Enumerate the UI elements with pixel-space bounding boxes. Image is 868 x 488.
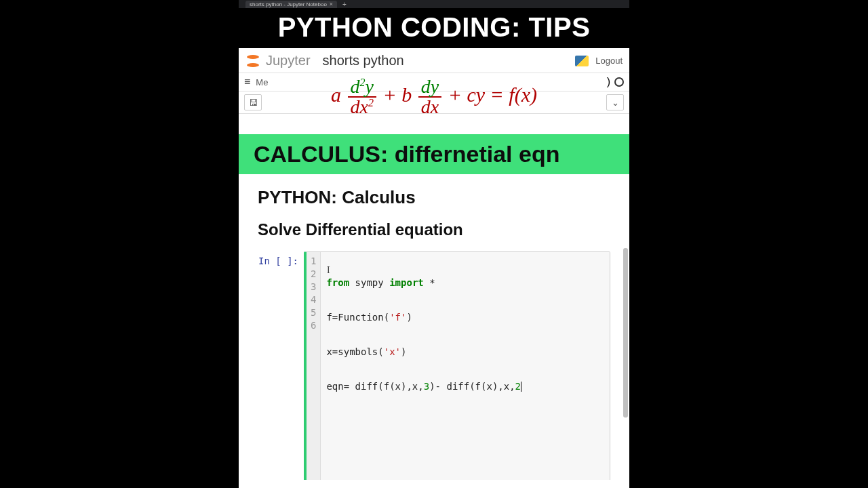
markdown-heading-2: Solve Differential equation [258, 220, 610, 239]
hamburger-icon[interactable]: ≡ [244, 76, 250, 88]
scrollbar-thumb[interactable] [623, 248, 628, 418]
menubar: ≡ Me ) [239, 73, 629, 92]
browser-tab[interactable]: shorts python - Jupyter Noteboo × [245, 1, 337, 8]
python-kernel-icon [575, 56, 589, 66]
save-button[interactable]: 🖫 [244, 94, 262, 110]
kernel-busy-text: ) [607, 76, 610, 88]
menubar-right: ) [607, 76, 624, 88]
overlay-subtitle: CALCULUS: differnetial eqn [239, 134, 629, 174]
cell-body[interactable]: 1 2 3 4 5 6 from sympy import * f=Functi… [304, 251, 610, 480]
jupyter-brand-text: Jupyter [266, 53, 311, 68]
menu-item[interactable]: Me [256, 77, 268, 87]
line-gutter: 1 2 3 4 5 6 [307, 252, 321, 480]
overlay-title: PYTHON CODING: TIPS [239, 8, 629, 48]
kernel-status-icon[interactable] [614, 77, 624, 87]
code-editor[interactable]: from sympy import * f=Function('f') x=sy… [321, 252, 527, 480]
toolbar-dropdown[interactable]: ⌄ [606, 94, 624, 110]
notebook-title[interactable]: shorts python [323, 53, 404, 68]
new-tab-button[interactable]: + [342, 1, 347, 8]
code-cell[interactable]: In [ ]: 1 2 3 4 5 6 from sympy import * … [258, 251, 610, 480]
browser-tabbar: shorts python - Jupyter Noteboo × + [239, 0, 629, 8]
jupyter-logo-icon [245, 54, 260, 68]
jupyter-brand: Jupyter shorts python [245, 53, 404, 68]
app-viewport: shorts python - Jupyter Noteboo × + Jupy… [239, 0, 629, 488]
jupyter-header: Jupyter shorts python Logout [239, 49, 629, 73]
text-cursor [521, 382, 521, 392]
logout-link[interactable]: Logout [595, 56, 623, 66]
tab-title: shorts python - Jupyter Noteboo [250, 1, 327, 7]
close-icon[interactable]: × [330, 1, 333, 7]
cell-prompt: In [ ]: [258, 251, 304, 480]
toolbar: 🖫 ⌄ [239, 92, 629, 114]
header-right: Logout [575, 56, 623, 66]
markdown-heading-1: PYTHON: Calculus [258, 187, 610, 208]
